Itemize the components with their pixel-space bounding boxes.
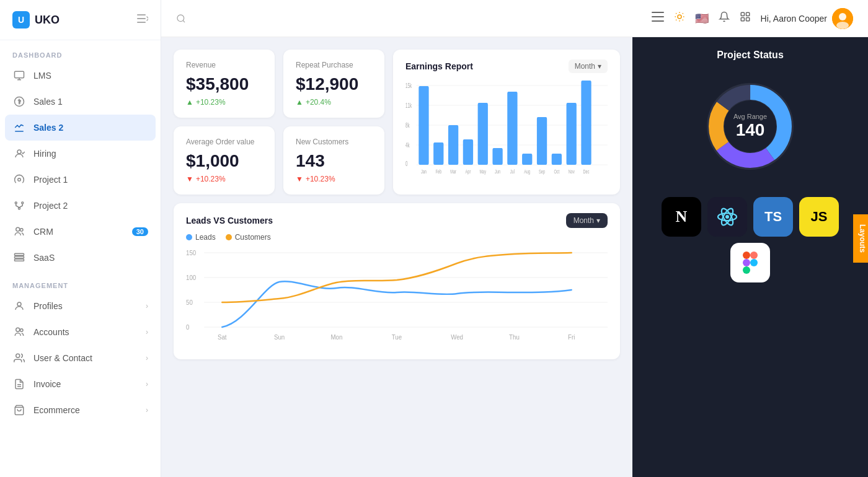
svg-rect-30 xyxy=(746,18,749,21)
svg-rect-94 xyxy=(750,252,758,259)
svg-point-5 xyxy=(17,150,21,154)
screen-icon xyxy=(12,69,26,82)
sidebar-item-sales1[interactable]: Sales 1 xyxy=(0,89,161,115)
svg-rect-46 xyxy=(433,142,443,165)
new-customers-value: 143 xyxy=(296,151,372,171)
notification-icon[interactable] xyxy=(719,11,730,25)
sidebar-item-ecommerce[interactable]: Ecommerce › xyxy=(0,397,161,423)
layouts-tab[interactable]: Layouts xyxy=(853,214,868,263)
leads-month-select[interactable]: Month ▾ xyxy=(566,213,608,228)
chevron-down-icon: ▾ xyxy=(598,62,601,71)
svg-rect-24 xyxy=(652,16,664,17)
donut-center: Avg Range 140 xyxy=(733,113,767,140)
customers-legend-item: Customers xyxy=(226,233,271,242)
revenue-label: Revenue xyxy=(186,61,262,69)
svg-text:Sun: Sun xyxy=(274,334,285,341)
donut-avg-label: Avg Range xyxy=(733,113,767,120)
down-arrow-icon: ▼ xyxy=(186,175,193,183)
svg-point-97 xyxy=(750,259,758,266)
svg-point-33 xyxy=(836,22,849,29)
svg-text:50: 50 xyxy=(186,299,193,306)
svg-point-6 xyxy=(18,178,21,182)
sidebar: U UKO DASHBOARD LMS Sales 1 Sales 2 Hiri… xyxy=(0,0,161,477)
earnings-chart-card: Earnings Report Month ▾ 15k 11k 8k 4k 0 xyxy=(393,50,620,195)
sidebar-item-profiles[interactable]: Profiles › xyxy=(0,293,161,319)
project-status-card: Project Status xyxy=(645,50,856,282)
svg-text:Aug: Aug xyxy=(524,168,530,175)
search-icon xyxy=(176,14,186,24)
theme-icon[interactable] xyxy=(674,11,685,25)
nextjs-badge[interactable]: N xyxy=(662,197,701,237)
svg-rect-27 xyxy=(741,12,744,15)
svg-rect-25 xyxy=(652,20,664,22)
sidebar-item-saas[interactable]: SaaS xyxy=(0,245,161,271)
svg-point-89 xyxy=(725,215,729,219)
svg-point-17 xyxy=(20,329,24,332)
flag-icon[interactable]: 🇺🇸 xyxy=(695,12,709,25)
leads-line-chart: 150 100 50 0 Sat Sun Mon Tue Wed Thu xyxy=(186,248,608,347)
apps-icon[interactable] xyxy=(740,11,751,25)
svg-rect-58 xyxy=(522,154,532,165)
tech-badges: N TS JS xyxy=(645,197,856,282)
up-arrow-icon: ▲ xyxy=(296,98,303,107)
svg-rect-96 xyxy=(743,266,750,274)
repeat-purchase-value: $12,900 xyxy=(296,74,372,94)
svg-rect-3 xyxy=(15,71,24,78)
up-arrow-icon: ▲ xyxy=(186,98,193,107)
svg-text:Mar: Mar xyxy=(450,168,456,175)
svg-text:0: 0 xyxy=(405,160,408,167)
avg-order-value: $1,000 xyxy=(186,151,262,171)
sidebar-item-lms[interactable]: LMS xyxy=(0,63,161,89)
sidebar-item-user-contact[interactable]: User & Contact › xyxy=(0,345,161,371)
svg-rect-2 xyxy=(137,22,146,23)
svg-rect-1 xyxy=(137,18,146,19)
svg-text:11k: 11k xyxy=(405,102,412,109)
svg-point-9 xyxy=(19,208,20,209)
sidebar-item-project1[interactable]: Project 1 xyxy=(0,167,161,193)
sidebar-item-label: SaaS xyxy=(33,253,55,263)
svg-point-16 xyxy=(16,328,20,331)
svg-point-18 xyxy=(16,354,20,357)
leads-header: Leads VS Customers Month ▾ xyxy=(186,213,608,228)
new-customers-card: New Customers 143 ▼ +10.23% xyxy=(283,126,384,195)
sidebar-item-label: Profiles xyxy=(33,301,63,311)
sidebar-item-accounts[interactable]: Accounts › xyxy=(0,319,161,345)
logo-icon: U xyxy=(12,11,30,28)
svg-point-10 xyxy=(16,227,20,231)
svg-text:Jun: Jun xyxy=(495,168,500,175)
menu-icon[interactable] xyxy=(652,12,664,25)
sidebar-collapse-button[interactable] xyxy=(137,14,148,25)
chevron-right-icon: › xyxy=(146,328,148,336)
sidebar-item-crm[interactable]: CRM 30 xyxy=(0,219,161,245)
svg-rect-64 xyxy=(567,103,577,165)
svg-text:8k: 8k xyxy=(405,121,410,129)
sidebar-item-project2[interactable]: Project 2 xyxy=(0,193,161,219)
avatar xyxy=(832,8,853,29)
sidebar-item-sales2[interactable]: Sales 2 xyxy=(5,115,156,141)
sidebar-item-invoice[interactable]: Invoice › xyxy=(0,371,161,397)
sidebar-item-hiring[interactable]: Hiring xyxy=(0,141,161,167)
revenue-card: Revenue $35,800 ▲ +10.23% xyxy=(174,50,275,118)
coin-icon xyxy=(12,95,26,108)
search-box[interactable] xyxy=(176,14,644,24)
svg-text:4k: 4k xyxy=(405,141,410,149)
svg-rect-54 xyxy=(492,148,502,165)
svg-text:Tue: Tue xyxy=(392,334,402,341)
svg-rect-29 xyxy=(741,18,744,21)
figma-badge[interactable] xyxy=(730,243,770,282)
leads-dot xyxy=(186,234,192,240)
user-info[interactable]: Hi, Aaron Cooper xyxy=(761,8,853,29)
svg-text:May: May xyxy=(479,168,486,175)
revenue-change: ▲ +10.23% xyxy=(186,98,262,107)
svg-point-22 xyxy=(177,15,184,22)
logo[interactable]: U UKO xyxy=(12,11,60,28)
management-section-label: MANAGEMENT xyxy=(0,271,161,293)
profiles-icon xyxy=(12,299,26,313)
svg-rect-50 xyxy=(463,139,473,165)
javascript-badge[interactable]: JS xyxy=(799,197,839,237)
sidebar-item-label: Hiring xyxy=(33,149,56,159)
svg-text:Apr: Apr xyxy=(466,168,471,175)
react-badge[interactable] xyxy=(707,197,747,237)
month-select[interactable]: Month ▾ xyxy=(569,59,608,73)
typescript-badge[interactable]: TS xyxy=(753,197,793,237)
